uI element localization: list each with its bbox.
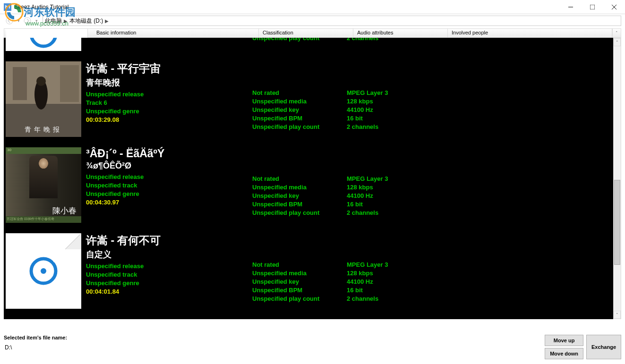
cover-text: 青年晚报 xyxy=(6,126,81,134)
scroll-up-button[interactable]: ˄ xyxy=(614,38,621,46)
chevron-right-icon: ▶ xyxy=(64,18,68,24)
classification-info: Not rated Unspecified media Unspecified … xyxy=(252,147,347,223)
page-fold-icon xyxy=(65,233,81,249)
svg-point-7 xyxy=(24,17,31,24)
app-icon xyxy=(4,3,11,11)
svg-point-18 xyxy=(41,268,46,274)
svg-rect-19 xyxy=(53,257,58,262)
basic-info: ³ÂÐ¡´º - ËãÄãºÝ ¾ø¶ÔÊÕ²Ø Unspecified rel… xyxy=(86,147,252,223)
titlebar: Skeez Audios Tutorial xyxy=(0,0,625,14)
svg-point-6 xyxy=(6,17,13,24)
cover-bottom-text: 首冠军金曲 03神作十年小春传奇 xyxy=(6,216,81,223)
track-subtitle: 自定义 xyxy=(86,249,252,260)
column-headers: Cover art Basic information Classificati… xyxy=(4,28,621,38)
minimize-button[interactable] xyxy=(560,0,582,14)
list-item[interactable]: 青年晚报 许嵩 - 平行宇宙 青年晚报 Unspecified release … xyxy=(4,59,613,145)
svg-rect-3 xyxy=(590,5,595,9)
breadcrumb-part-2[interactable]: 本地磁盘 (D:) xyxy=(69,17,103,25)
track-title: 许嵩 - 平行宇宙 xyxy=(86,61,252,76)
breadcrumb-part-1[interactable]: 此电脑 xyxy=(45,17,62,25)
track-subtitle: 青年晚报 xyxy=(86,77,252,88)
classification-info: Not rated Unspecified media Unspecified … xyxy=(252,233,347,309)
basic-info: 许嵩 - 有何不可 自定义 Unspecified release Unspec… xyxy=(86,233,252,309)
move-down-button[interactable]: Move down xyxy=(545,348,583,359)
track-list: Unspecified genre 00:04:36.97 Unspecifie… xyxy=(4,38,613,319)
nav-back-button[interactable] xyxy=(4,15,15,26)
col-audio[interactable]: Audio attributes xyxy=(353,29,448,37)
col-class[interactable]: Classification xyxy=(259,29,353,37)
breadcrumb[interactable]: 此电脑 ▶ 本地磁盘 (D:) ▶ xyxy=(43,16,621,26)
disc-icon xyxy=(27,38,60,51)
svg-rect-13 xyxy=(13,67,27,100)
cover-art-placeholder xyxy=(6,233,81,309)
track-title: ³ÂÐ¡´º - ËãÄãºÝ xyxy=(86,147,252,160)
close-button[interactable] xyxy=(603,0,625,14)
window-title: Skeez Audios Tutorial xyxy=(14,4,560,10)
toolbar: ▾ ▾ 此电脑 ▶ 本地磁盘 (D:) ▶ xyxy=(0,14,625,27)
nav-forward-button[interactable] xyxy=(22,15,33,26)
cover-top-text: 30 xyxy=(6,147,81,154)
vertical-scrollbar[interactable]: ˄ ˅ xyxy=(613,38,621,319)
basic-info: Unspecified genre 00:04:36.97 xyxy=(86,38,252,51)
scroll-thumb[interactable] xyxy=(614,180,620,265)
cover-art: 青年晚报 xyxy=(6,61,81,137)
disc-icon xyxy=(27,254,60,288)
classification-info: Not rated Unspecified media Unspecified … xyxy=(252,61,347,137)
list-item[interactable]: 许嵩 - 有何不可 自定义 Unspecified release Unspec… xyxy=(4,231,613,317)
cover-art-placeholder xyxy=(6,38,81,51)
move-up-button[interactable]: Move up xyxy=(545,335,583,346)
maximize-button[interactable] xyxy=(582,0,603,14)
cover-art: 30 陳小春 首冠军金曲 03神作十年小春传奇 xyxy=(6,147,81,223)
cover-text: 陳小春 xyxy=(52,205,77,216)
chevron-right-icon: ▶ xyxy=(105,18,109,24)
nav-back-dropdown[interactable]: ▾ xyxy=(16,15,21,26)
selected-file-path: D:\ xyxy=(4,342,542,353)
nav-forward-dropdown[interactable]: ▾ xyxy=(34,15,39,26)
scroll-down-button[interactable]: ˅ xyxy=(614,311,621,319)
audio-info: MPEG Layer 3 128 kbps 44100 Hz 16 bit 2 … xyxy=(347,233,441,309)
scroll-up-icon[interactable]: ˄ xyxy=(612,29,621,37)
audio-info: MPEG Layer 3 128 kbps 44100 Hz 16 bit 2 … xyxy=(347,147,441,223)
svg-rect-14 xyxy=(60,65,79,102)
svg-point-8 xyxy=(31,38,56,46)
list-item[interactable]: 30 陳小春 首冠军金曲 03神作十年小春传奇 ³ÂÐ¡´º - ËãÄãºÝ … xyxy=(4,145,613,231)
track-subtitle: ¾ø¶ÔÊÕ²Ø xyxy=(86,161,252,171)
audio-info: MPEG Layer 3 128 kbps 44100 Hz 16 bit 2 … xyxy=(347,61,441,137)
col-involved[interactable]: Involved people xyxy=(448,29,612,37)
footer: Selected item's file name: D:\ Move up M… xyxy=(0,332,625,364)
exchange-button[interactable]: Exchange xyxy=(586,335,621,359)
svg-point-16 xyxy=(36,76,46,86)
col-basic[interactable]: Basic information xyxy=(93,29,259,37)
selected-file-label: Selected item's file name: xyxy=(4,335,542,340)
classification-info: Unspecified key Unspecified BPM Unspecif… xyxy=(252,38,347,51)
list-item[interactable]: Unspecified genre 00:04:36.97 Unspecifie… xyxy=(4,38,613,59)
track-title: 许嵩 - 有何不可 xyxy=(86,233,252,248)
basic-info: 许嵩 - 平行宇宙 青年晚报 Unspecified release Track… xyxy=(86,61,252,137)
audio-info: 44100 Hz 16 bit 2 channels xyxy=(347,38,441,51)
